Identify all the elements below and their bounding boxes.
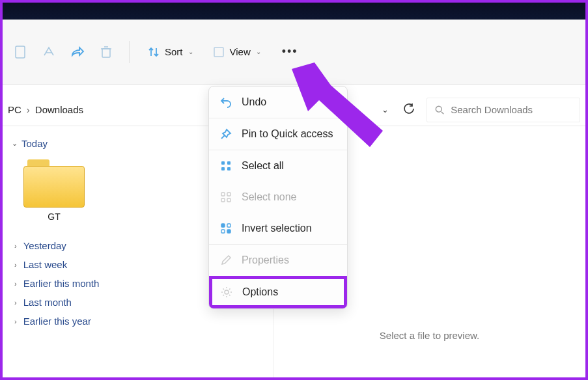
- svg-rect-0: [16, 46, 25, 58]
- chevron-right-icon: ›: [27, 104, 30, 115]
- menu-select-none: Select none: [209, 182, 347, 213]
- title-bar: [3, 3, 585, 20]
- search-box[interactable]: [427, 98, 580, 122]
- sort-label: Sort: [165, 46, 183, 57]
- svg-rect-7: [227, 167, 231, 170]
- svg-rect-4: [221, 161, 225, 165]
- delete-icon[interactable]: [98, 44, 115, 61]
- svg-rect-13: [227, 224, 231, 227]
- invert-selection-icon: [219, 222, 232, 235]
- search-input[interactable]: [451, 104, 572, 115]
- toolbar-separator: [129, 41, 130, 63]
- chevron-down-icon: ⌄: [188, 48, 193, 55]
- more-button[interactable]: •••: [277, 45, 303, 59]
- menu-invert-selection[interactable]: Invert selection: [209, 213, 347, 244]
- menu-properties: Properties: [209, 245, 347, 276]
- folder-item[interactable]: GT: [23, 159, 85, 222]
- overflow-menu: Undo Pin to Quick access Select all Sele…: [208, 86, 348, 309]
- chevron-right-icon: ›: [14, 318, 17, 325]
- breadcrumb-pc[interactable]: PC: [8, 104, 21, 115]
- select-none-icon: [219, 191, 232, 204]
- svg-point-3: [436, 106, 441, 112]
- breadcrumb-downloads[interactable]: Downloads: [35, 104, 83, 115]
- undo-icon: [219, 96, 232, 109]
- chevron-right-icon: ›: [14, 299, 17, 306]
- svg-point-16: [225, 290, 229, 294]
- history-dropdown-icon[interactable]: ⌄: [382, 105, 389, 115]
- svg-rect-15: [227, 230, 231, 233]
- view-label: View: [230, 46, 251, 57]
- folder-icon: [23, 159, 85, 208]
- menu-select-all[interactable]: Select all: [209, 150, 347, 182]
- folder-name: GT: [23, 211, 85, 222]
- share-icon[interactable]: [69, 44, 86, 61]
- svg-rect-5: [227, 161, 231, 165]
- properties-icon: [219, 254, 232, 267]
- menu-pin[interactable]: Pin to Quick access: [209, 118, 347, 150]
- refresh-icon[interactable]: [403, 103, 415, 117]
- svg-rect-10: [221, 198, 225, 202]
- chevron-right-icon: ›: [14, 280, 17, 288]
- svg-rect-8: [221, 193, 225, 196]
- chevron-right-icon: ›: [14, 261, 17, 269]
- svg-rect-11: [227, 198, 231, 202]
- breadcrumb[interactable]: PC › Downloads: [8, 104, 83, 115]
- preview-placeholder: Select a file to preview.: [380, 330, 479, 341]
- options-icon: [220, 286, 233, 299]
- view-button[interactable]: View ⌄: [209, 44, 265, 61]
- address-tools: ⌄: [382, 103, 415, 117]
- group-label: Today: [21, 138, 48, 149]
- chevron-right-icon: ›: [14, 242, 17, 250]
- chevron-down-icon: ⌄: [256, 48, 261, 55]
- pin-icon: [219, 128, 232, 141]
- group-earlier-year[interactable]: ›Earlier this year: [12, 312, 266, 331]
- rename-icon[interactable]: [40, 44, 57, 61]
- select-all-icon: [219, 159, 232, 172]
- menu-options[interactable]: Options: [209, 276, 347, 308]
- svg-rect-2: [214, 48, 223, 57]
- command-bar: Sort ⌄ View ⌄ •••: [3, 20, 585, 85]
- menu-undo[interactable]: Undo: [209, 87, 347, 118]
- svg-rect-9: [227, 193, 231, 196]
- chevron-down-icon: ⌄: [12, 139, 18, 148]
- svg-rect-6: [221, 167, 225, 170]
- svg-rect-1: [102, 49, 110, 57]
- search-icon: [435, 105, 444, 115]
- sort-button[interactable]: Sort ⌄: [144, 44, 197, 61]
- svg-rect-12: [221, 224, 225, 227]
- svg-rect-14: [221, 230, 225, 233]
- new-icon[interactable]: [12, 44, 29, 61]
